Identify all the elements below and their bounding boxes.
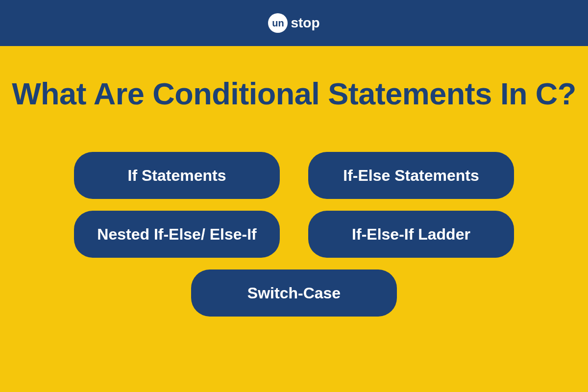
header-bar: un stop bbox=[0, 0, 588, 46]
pill-label: If-Else Statements bbox=[343, 167, 479, 185]
main-content: What Are Conditional Statements In C? If… bbox=[0, 46, 588, 317]
logo-prefix: un bbox=[272, 18, 284, 29]
pill-label: If-Else-If Ladder bbox=[352, 225, 470, 244]
pill-row: Switch-Case bbox=[191, 270, 397, 317]
pill-if-statements: If Statements bbox=[74, 152, 280, 199]
pill-switch-case: Switch-Case bbox=[191, 270, 397, 317]
pill-if-else-statements: If-Else Statements bbox=[308, 152, 514, 199]
pill-nested-if-else: Nested If-Else/ Else-If bbox=[74, 211, 280, 258]
logo-icon: un bbox=[268, 13, 288, 33]
logo-suffix: stop bbox=[291, 15, 319, 31]
pill-if-else-if-ladder: If-Else-If Ladder bbox=[308, 211, 514, 258]
pill-label: Nested If-Else/ Else-If bbox=[97, 225, 256, 244]
pill-row: If Statements If-Else Statements bbox=[74, 152, 514, 199]
pill-grid: If Statements If-Else Statements Nested … bbox=[74, 152, 514, 317]
page-title: What Are Conditional Statements In C? bbox=[12, 75, 576, 112]
pill-label: If Statements bbox=[128, 167, 226, 185]
logo: un stop bbox=[268, 13, 319, 33]
pill-label: Switch-Case bbox=[247, 284, 341, 302]
pill-row: Nested If-Else/ Else-If If-Else-If Ladde… bbox=[74, 211, 514, 258]
